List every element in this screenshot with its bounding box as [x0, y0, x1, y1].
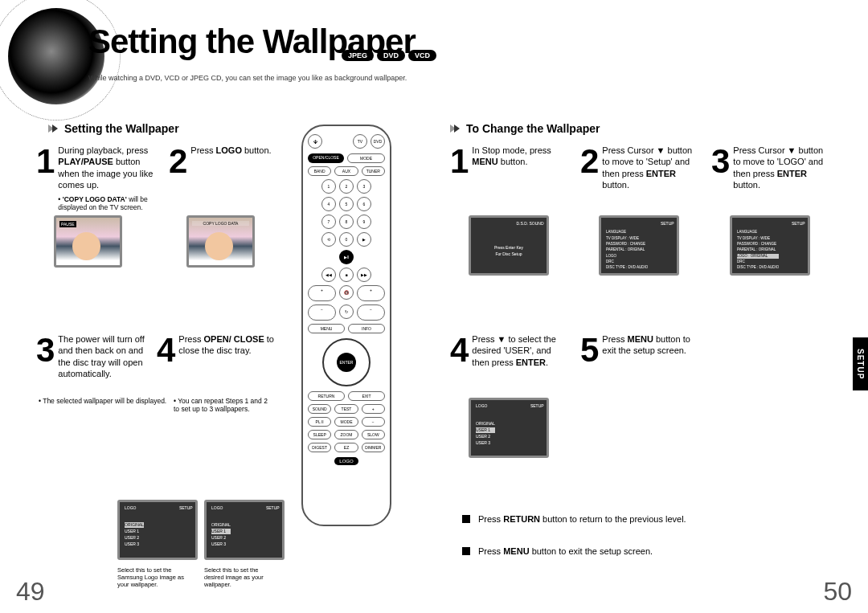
intro-text: While watching a DVD, VCD or JPEG CD, yo… — [88, 74, 407, 82]
info-menu: Press MENU button to exit the setup scre… — [462, 546, 653, 556]
step-number: 3 — [711, 145, 730, 190]
open-close-button: OPEN/CLOSE — [308, 153, 344, 163]
tv-thumb-menu-3: SETUP LANGUAGE TV DISPLAY : WIDE PASSWOR… — [730, 215, 810, 276]
side-tab-setup: SETUP — [853, 337, 868, 390]
left-step-4: 4 Press OPEN/ CLOSE to close the disc tr… — [157, 333, 275, 367]
info-return: Press RETURN button to return to the pre… — [462, 514, 686, 524]
pause-badge: PAUSE — [59, 221, 76, 227]
step-number: 4 — [450, 333, 469, 368]
right-step-3: 3 Press Cursor ▼ button to move to 'LOGO… — [711, 145, 829, 190]
tv-thumb-logo-original: LOGOSETUP ORIGINAL USER 1 USER 2 USER 3 — [117, 500, 198, 560]
step-number: 3 — [36, 333, 55, 379]
tv-button: TV — [353, 134, 367, 149]
page-number-right: 50 — [823, 577, 852, 607]
step-number: 2 — [580, 145, 599, 190]
dvd-button: DVD — [371, 134, 385, 149]
tv-thumb-menu-4: LOGOSETUP ORIGINAL USER 1 USER 2 USER 3 — [469, 398, 549, 458]
tv-thumb-menu-1: D.S.D. SOUND Press Enter Key For Disc Se… — [469, 215, 549, 276]
section-2-header: To Change the Wallpaper — [450, 122, 600, 135]
pill-jpeg: JPEG — [342, 50, 374, 61]
step-number: 4 — [157, 333, 175, 367]
arrow-icon — [450, 122, 460, 135]
right-step-1: 1 In Stop mode, press MENU button. — [450, 145, 568, 178]
left-step-3: 3 The power will turn off and then back … — [36, 333, 154, 379]
left-step-1: 1 During playback, press PLAY/PAUSE butt… — [36, 145, 154, 212]
square-icon — [462, 547, 470, 555]
tv-thumb-menu-2: SETUP LANGUAGE TV DISPLAY : WIDE PASSWOR… — [599, 215, 679, 276]
step-number: 1 — [36, 145, 55, 212]
pill-vcd: VCD — [408, 50, 436, 61]
format-badges: JPEG DVD VCD — [342, 50, 436, 61]
right-step-4: 4 Press ▼ to select the desired 'USER', … — [450, 333, 568, 368]
copy-logo-banner: COPY LOGO DATA — [192, 221, 249, 226]
tv-thumb-logo-user: LOGOSETUP ORIGINAL USER 1 USER 2 USER 3 — [204, 500, 285, 560]
nav-pad: ENTER — [322, 338, 371, 386]
tv-thumb-baby-2: COPY LOGO DATA — [186, 215, 255, 268]
pill-dvd: DVD — [377, 50, 405, 61]
remote-control: ⏻TVDVD OPEN/CLOSEMODE BANDAUXTUNER 123 4… — [301, 125, 391, 526]
square-icon — [462, 515, 470, 523]
caption-user: Select this to set the desired image as … — [204, 566, 276, 588]
power-button: ⏻ — [308, 134, 322, 149]
step-number: 1 — [450, 145, 469, 178]
left-step-2: 2 Press LOGO button. — [169, 145, 272, 178]
tv-thumb-baby-1: PAUSE — [54, 215, 122, 268]
caption-original: Select this to set the Samsung Logo imag… — [117, 566, 190, 588]
step-number: 2 — [169, 145, 187, 178]
section-2-title: To Change the Wallpaper — [466, 122, 600, 135]
arrow-icon — [48, 122, 58, 135]
logo-button: LOGO — [334, 457, 358, 465]
enter-button: ENTER — [337, 353, 356, 372]
page-number-left: 49 — [16, 577, 45, 607]
right-step-2: 2 Press Cursor ▼ button to move to 'Setu… — [580, 145, 698, 190]
right-step-5: 5 Press MENU button to exit the setup sc… — [580, 333, 698, 367]
section-1-title: Setting the Wallpaper — [64, 122, 179, 135]
play-pause-button: ▶II — [339, 250, 354, 264]
section-1-header: Setting the Wallpaper — [48, 122, 179, 135]
step-number: 5 — [580, 333, 599, 367]
